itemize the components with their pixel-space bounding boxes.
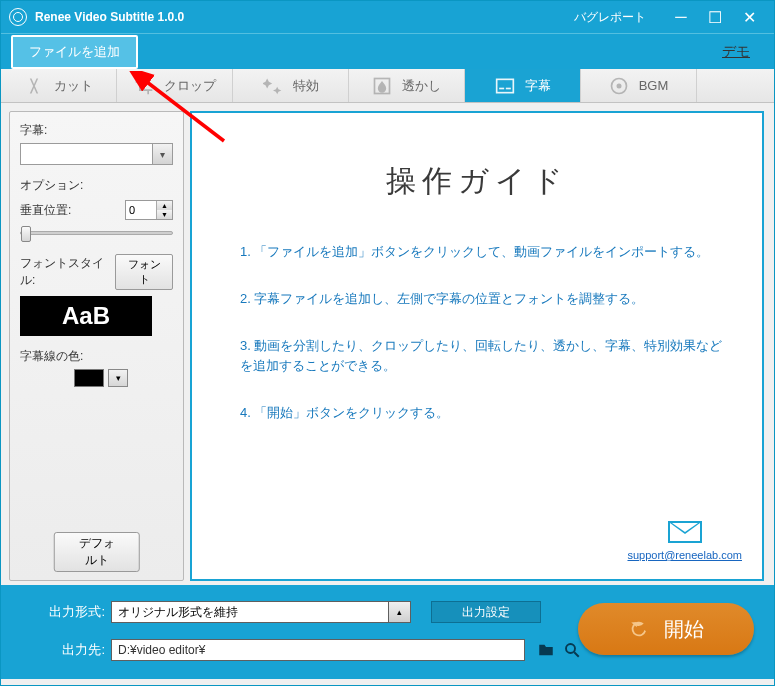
font-style-label: フォントスタイル: bbox=[20, 255, 109, 289]
droplet-icon bbox=[372, 76, 392, 96]
tab-subtitle[interactable]: 字幕 bbox=[465, 69, 581, 102]
primary-toolbar: ファイルを追加 デモ bbox=[1, 33, 774, 69]
color-swatch bbox=[74, 369, 104, 387]
chevron-down-icon: ▾ bbox=[152, 144, 172, 164]
option-label: オプション: bbox=[20, 177, 173, 194]
tab-bar: カット クロップ 特効 透かし 字幕 BGM bbox=[1, 69, 774, 103]
subtitle-select[interactable]: ▾ bbox=[20, 143, 173, 165]
tab-label: 字幕 bbox=[525, 77, 551, 95]
svg-rect-3 bbox=[499, 87, 504, 89]
output-format-label: 出力形式: bbox=[45, 603, 105, 621]
vpos-spinner[interactable]: ▲▼ bbox=[125, 200, 173, 220]
subtitle-label: 字幕: bbox=[20, 122, 173, 139]
slider-thumb[interactable] bbox=[21, 226, 31, 242]
tab-label: カット bbox=[54, 77, 93, 95]
tab-bgm[interactable]: BGM bbox=[581, 69, 697, 102]
output-format-value[interactable] bbox=[111, 601, 389, 623]
support-link[interactable]: support@reneelab.com bbox=[627, 549, 742, 561]
tab-label: BGM bbox=[639, 78, 669, 93]
font-button[interactable]: フォント bbox=[115, 254, 173, 290]
line-color-picker[interactable]: ▾ bbox=[74, 369, 173, 387]
start-button[interactable]: 開始 bbox=[578, 603, 754, 655]
magic-icon bbox=[263, 76, 283, 96]
output-settings-button[interactable]: 出力設定 bbox=[431, 601, 541, 623]
chevron-down-icon[interactable]: ▾ bbox=[108, 369, 128, 387]
title-bar: Renee Video Subtitle 1.0.0 バグレポート ─ ☐ ✕ bbox=[1, 1, 774, 33]
bottom-bar: 出力形式: ▴ 出力設定 出力先: 開始 bbox=[1, 585, 774, 679]
svg-rect-4 bbox=[505, 87, 510, 89]
output-dest-label: 出力先: bbox=[45, 641, 105, 659]
add-file-button[interactable]: ファイルを追加 bbox=[11, 35, 138, 69]
support-block: support@reneelab.com bbox=[627, 521, 742, 563]
guide-panel: 操作ガイド 1. 「ファイルを追加」ボタンをクリックして、動画ファイルをインポー… bbox=[190, 111, 764, 581]
default-button[interactable]: デフォルト bbox=[53, 532, 140, 572]
line-color-label: 字幕線の色: bbox=[20, 348, 173, 365]
tab-label: クロップ bbox=[164, 77, 216, 95]
content-area: 字幕: ▾ オプション: 垂直位置: ▲▼ フォントスタイル: フォント bbox=[1, 103, 774, 585]
output-dest-input[interactable] bbox=[111, 639, 525, 661]
disc-icon bbox=[609, 76, 629, 96]
subtitle-icon bbox=[495, 76, 515, 96]
folder-icon[interactable] bbox=[537, 641, 555, 659]
tab-crop[interactable]: クロップ bbox=[117, 69, 233, 102]
tab-watermark[interactable]: 透かし bbox=[349, 69, 465, 102]
spin-down-icon[interactable]: ▼ bbox=[157, 210, 172, 219]
vpos-slider[interactable] bbox=[20, 224, 173, 242]
spin-up-icon[interactable]: ▲ bbox=[157, 201, 172, 210]
tab-label: 特効 bbox=[293, 77, 319, 95]
vpos-label: 垂直位置: bbox=[20, 202, 71, 219]
guide-step-1: 1. 「ファイルを追加」ボタンをクリックして、動画ファイルをインポートする。 bbox=[240, 242, 728, 263]
font-preview: AaB bbox=[20, 296, 152, 336]
app-title: Renee Video Subtitle 1.0.0 bbox=[35, 10, 184, 24]
output-format-select[interactable]: ▴ bbox=[111, 601, 411, 623]
scissors-icon bbox=[24, 76, 44, 96]
svg-line-8 bbox=[574, 652, 579, 657]
svg-point-6 bbox=[616, 83, 621, 88]
guide-title: 操作ガイド bbox=[226, 161, 728, 202]
refresh-icon bbox=[628, 618, 650, 640]
app-window: Renee Video Subtitle 1.0.0 バグレポート ─ ☐ ✕ … bbox=[0, 0, 775, 686]
svg-point-7 bbox=[566, 644, 575, 653]
tab-label: 透かし bbox=[402, 77, 441, 95]
guide-step-2: 2. 字幕ファイルを追加し、左側で字幕の位置とフォントを調整する。 bbox=[240, 289, 728, 310]
demo-link[interactable]: デモ bbox=[722, 43, 750, 61]
subtitle-sidebar: 字幕: ▾ オプション: 垂直位置: ▲▼ フォントスタイル: フォント bbox=[9, 111, 184, 581]
crop-icon bbox=[134, 76, 154, 96]
bug-report-link[interactable]: バグレポート bbox=[574, 9, 646, 26]
mail-icon bbox=[668, 521, 702, 543]
tab-cut[interactable]: カット bbox=[1, 69, 117, 102]
guide-step-3: 3. 動画を分割したり、クロップしたり、回転したり、透かし、字幕、特別効果などを… bbox=[240, 336, 728, 378]
svg-rect-2 bbox=[496, 79, 513, 92]
chevron-up-icon[interactable]: ▴ bbox=[389, 601, 411, 623]
tab-effect[interactable]: 特効 bbox=[233, 69, 349, 102]
minimize-button[interactable]: ─ bbox=[664, 8, 698, 26]
close-button[interactable]: ✕ bbox=[732, 8, 766, 27]
search-icon[interactable] bbox=[563, 641, 581, 659]
guide-step-4: 4. 「開始」ボタンをクリックする。 bbox=[240, 403, 728, 424]
app-logo-icon bbox=[9, 8, 27, 26]
vpos-input[interactable] bbox=[126, 201, 156, 219]
start-label: 開始 bbox=[664, 616, 704, 643]
maximize-button[interactable]: ☐ bbox=[698, 8, 732, 27]
